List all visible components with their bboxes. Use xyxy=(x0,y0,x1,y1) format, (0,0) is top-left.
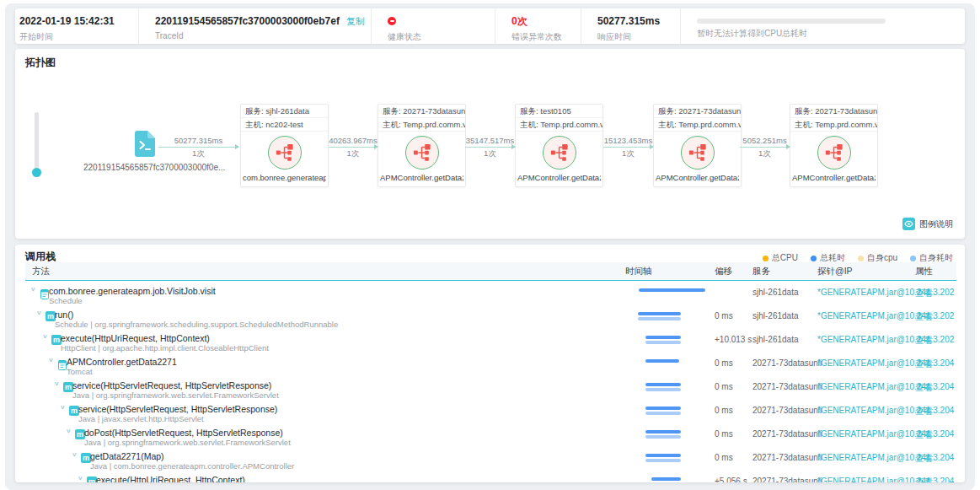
timeline-total-bar xyxy=(639,288,705,292)
chevron-down-icon[interactable]: ∨ xyxy=(42,333,48,340)
probe-ip-link[interactable]: *GENERATEAPM.jar@10.241.3.202 xyxy=(817,311,954,320)
method-name[interactable]: service(HttpServletRequest, HttpServletR… xyxy=(78,404,277,414)
method-name[interactable]: execute(HttpUriRequest, HttpContext) xyxy=(61,333,210,343)
table-row[interactable]: ∨com.bonree.generateapm.job.VisitJob.vis… xyxy=(25,284,956,308)
edge-count-label: 1次 xyxy=(431,148,549,159)
node-service-row: 服务: sjhl-261data xyxy=(241,105,328,118)
method-detail: HttpClient | org.apache.http.impl.client… xyxy=(61,343,269,353)
chevron-down-icon[interactable]: ∨ xyxy=(72,451,78,458)
method-name[interactable]: service(HttpServletRequest, HttpServletR… xyxy=(72,380,271,390)
probe-ip-link[interactable]: *GENERATEAPM.jar@10.241.3.204 xyxy=(817,406,954,415)
edge-time-label: 40263.967ms xyxy=(294,136,412,145)
service-name: 20271-73datasunli xyxy=(752,453,822,462)
topology-node-card[interactable]: 服务: 20271-73datasunli主机: Temp.prd.comm.v… xyxy=(653,104,742,187)
probe-ip-link[interactable]: *GENERATEAPM.jar@10.241.3.202 xyxy=(817,335,954,344)
table-row[interactable]: ∨APMController.getData2271Tomcat0 ms2027… xyxy=(25,355,956,379)
node-service-row: 服务: 20271-73datasunli xyxy=(378,105,465,118)
chevron-down-icon[interactable]: ∨ xyxy=(48,357,54,363)
trace-id-label: TraceId xyxy=(155,31,371,40)
table-row[interactable]: ∨mdoPost(HttpServletRequest, HttpServlet… xyxy=(25,426,956,450)
view-attributes-link[interactable]: 查看 xyxy=(915,288,933,299)
view-attributes-link[interactable]: 查看 xyxy=(915,406,933,417)
copy-trace-id-button[interactable]: 复制 xyxy=(346,16,365,26)
offset-value: 0 ms xyxy=(715,311,733,320)
probe-ip-link[interactable]: *GENERATEAPM.jar@10.241.3.204 xyxy=(817,382,954,391)
cpu-progress-bar xyxy=(697,19,886,24)
call-stack-table: 方法 时间轴 偏移 服务 探针@IP 属性 ∨com.bonree.genera… xyxy=(25,262,956,281)
service-name: 20271-73datasunli xyxy=(752,358,822,368)
method-name[interactable]: getData2271(Map) xyxy=(90,451,164,461)
probe-ip-link[interactable]: *GENERATEAPM.jar@10.241.3.204 xyxy=(817,429,954,439)
view-attributes-link[interactable]: 查看 xyxy=(915,453,933,465)
table-row[interactable]: ∨mexecute(HttpUriRequest, HttpContext)+5… xyxy=(25,473,956,482)
node-service-row: 服务: test0105 xyxy=(516,105,602,118)
view-attributes-link[interactable]: 查看 xyxy=(915,477,933,482)
chevron-down-icon[interactable]: ∨ xyxy=(36,310,42,316)
probe-ip-link[interactable]: *GENERATEAPM.jar@10.241.3.202 xyxy=(817,288,954,297)
view-attributes-link[interactable]: 查看 xyxy=(915,335,933,347)
node-host-row: 主机: Temp.prd.comm.vm.by.idc.b... xyxy=(378,118,465,132)
table-row[interactable]: ∨mservice(HttpServletRequest, HttpServle… xyxy=(25,379,956,402)
edge-arrow xyxy=(603,147,653,148)
cpu-total-label: 暂时无法计算得到CPU总耗时 xyxy=(697,28,965,40)
method-name[interactable]: com.bonree.generateapm.job.VisitJob.visi… xyxy=(49,286,216,296)
start-time-label: 开始时间 xyxy=(19,31,138,43)
response-time-label: 响应时间 xyxy=(597,31,680,43)
view-attributes-link[interactable]: 查看 xyxy=(915,429,933,441)
topology-node-card[interactable]: 服务: sjhl-261data主机: nc202-testcom.bonree… xyxy=(240,104,329,187)
start-time-value: 2022-01-19 15:42:31 xyxy=(19,15,138,27)
chevron-down-icon[interactable]: ∨ xyxy=(54,380,60,387)
health-status-error-icon xyxy=(388,17,396,25)
method-detail: Tomcat xyxy=(67,367,93,376)
col-header-probe: 探针@IP xyxy=(817,266,853,277)
zoom-slider-track[interactable] xyxy=(35,112,39,175)
timeline-total-bar xyxy=(645,454,681,457)
offset-value: 0 ms xyxy=(715,358,733,368)
table-row[interactable]: ∨mrun()Schedule | org.springframework.sc… xyxy=(25,308,956,331)
method-name[interactable]: execute(HttpUriRequest, HttpContext) xyxy=(96,475,245,483)
probe-ip-link[interactable]: *GENERATEAPM.jar@10.241.3.204 xyxy=(817,358,954,368)
chevron-down-icon[interactable]: ∨ xyxy=(78,475,83,482)
legend-dot-icon xyxy=(763,256,768,261)
probe-ip-link[interactable]: *GENERATEAPM.jar@10.241.3.204 xyxy=(817,477,954,482)
method-name[interactable]: APMController.getData2271 xyxy=(67,357,177,367)
error-count-cell: 0次 错误异常次数 xyxy=(495,8,581,44)
method-name[interactable]: run() xyxy=(55,310,73,320)
offset-value: 0 ms xyxy=(715,429,733,439)
method-name[interactable]: doPost(HttpServletRequest, HttpServletRe… xyxy=(84,428,283,438)
eye-icon xyxy=(902,218,915,230)
table-row[interactable]: ∨mservice(HttpServletRequest, HttpServle… xyxy=(25,402,956,426)
edge-count-label: 1次 xyxy=(570,148,688,159)
legend-help-button[interactable]: 图例说明 xyxy=(902,218,953,230)
edge-time-label: 50277.315ms xyxy=(140,136,258,145)
edge-arrow xyxy=(329,147,378,148)
table-row[interactable]: ∨mexecute(HttpUriRequest, HttpContext)Ht… xyxy=(25,331,956,355)
cpu-total-cell: 暂时无法计算得到CPU总耗时 xyxy=(681,8,965,44)
zoom-slider-handle[interactable] xyxy=(32,168,41,177)
node-caption: APMController.getData2273 xyxy=(792,173,876,182)
chevron-down-icon[interactable]: ∨ xyxy=(66,428,72,434)
edge-time-label: 15123.453ms xyxy=(570,136,688,145)
probe-ip-link[interactable]: *GENERATEAPM.jar@10.241.3.204 xyxy=(817,453,954,462)
table-header-row: 方法 时间轴 偏移 服务 探针@IP 属性 xyxy=(25,262,956,281)
edge-time-label: 35147.517ms xyxy=(431,136,549,145)
chevron-down-icon[interactable]: ∨ xyxy=(60,404,66,411)
method-detail: Java | org.springframework.web.servlet.F… xyxy=(72,390,279,400)
topology-node-card[interactable]: 服务: 20271-73datasunli主机: Temp.prd.comm.v… xyxy=(378,104,466,187)
topology-node-card[interactable]: 服务: 20271-73datasunli主机: Temp.prd.comm.v… xyxy=(790,104,878,187)
error-count-value: 0次 xyxy=(511,15,581,27)
view-attributes-link[interactable]: 查看 xyxy=(915,358,933,370)
table-row[interactable]: ∨mgetData2271(Map)Java | com.bonree.gene… xyxy=(25,450,956,473)
legend-help-label: 图例说明 xyxy=(919,218,953,230)
timeline-total-bar xyxy=(645,383,681,386)
service-name: sjhl-261data xyxy=(752,288,798,297)
offset-value: 0 ms xyxy=(715,406,733,415)
topology-node-card[interactable]: 服务: test0105主机: Temp.prd.comm.vm.by.idc.… xyxy=(515,104,603,187)
method-detail: Java | com.bonree.generateapm.controller… xyxy=(90,461,294,471)
chevron-down-icon[interactable]: ∨ xyxy=(30,286,36,293)
view-attributes-link[interactable]: 查看 xyxy=(915,311,933,323)
root-trace-label: 220119154565857fc3700003000f0e... xyxy=(83,163,210,172)
timeline-total-bar xyxy=(651,477,681,481)
view-attributes-link[interactable]: 查看 xyxy=(915,382,933,394)
method-detail: Schedule xyxy=(49,296,83,305)
